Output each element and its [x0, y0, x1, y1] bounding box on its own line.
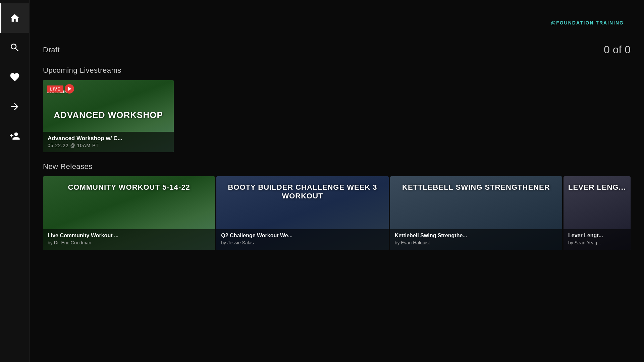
- new-releases-header: New Releases: [43, 162, 631, 171]
- upcoming-section-header: Upcoming Livestreams: [43, 66, 631, 75]
- new-releases-row: Community Workout 5-14-22 Live Community…: [43, 176, 631, 250]
- release-card-title-0: Live Community Workout ...: [48, 233, 210, 239]
- draft-section-header: Draft 0 of 0: [43, 44, 631, 56]
- live-badge: LIVE: [47, 84, 74, 94]
- upcoming-livestreams-section: Upcoming Livestreams LIVE STREAMING Adva…: [43, 66, 631, 152]
- draft-title: Draft: [43, 46, 60, 54]
- brand-logo: @FOUNDATION TRAINING: [551, 20, 624, 25]
- main-content: @FOUNDATION TRAINING Draft 0 of 0 Upcomi…: [30, 0, 644, 362]
- sidebar-item-forward[interactable]: [0, 92, 30, 121]
- release-overlay-title-1: Booty Builder Challenge Week 3 Workout: [216, 183, 388, 201]
- release-card-bottom-0: Live Community Workout ... by Dr. Eric G…: [43, 229, 215, 250]
- release-overlay-title-0: Community Workout 5-14-22: [43, 183, 215, 192]
- livestream-card-bottom: Advanced Workshop w/ C... 05.22.22 @ 10A…: [43, 132, 174, 152]
- sidebar-item-search[interactable]: [0, 33, 30, 62]
- live-tag: LIVE: [47, 85, 63, 93]
- arrow-right-icon: [9, 101, 20, 112]
- upcoming-title: Upcoming Livestreams: [43, 66, 121, 75]
- person-add-icon: [9, 131, 20, 141]
- livestream-card[interactable]: LIVE STREAMING Advanced Workshop Advance…: [43, 80, 174, 152]
- draft-count: 0 of 0: [604, 44, 631, 56]
- sidebar-item-favorites[interactable]: [0, 62, 30, 92]
- sidebar-item-home[interactable]: [0, 3, 30, 33]
- home-icon: [9, 13, 20, 23]
- release-card-author-1: by Jessie Salas: [221, 240, 384, 245]
- draft-section: Draft 0 of 0: [43, 44, 631, 56]
- new-releases-section: New Releases Community Workout 5-14-22 L…: [43, 162, 631, 250]
- livestream-card-date: 05.22.22 @ 10AM PT: [48, 143, 169, 148]
- release-card-1[interactable]: Booty Builder Challenge Week 3 Workout Q…: [216, 176, 388, 250]
- search-icon: [9, 42, 20, 53]
- release-card-bottom-3: Lever Lengt... by Sean Yeag...: [564, 229, 631, 250]
- release-card-0[interactable]: Community Workout 5-14-22 Live Community…: [43, 176, 215, 250]
- release-overlay-title-3: Lever Leng...: [564, 183, 631, 192]
- livestream-card-title: Advanced Workshop w/ C...: [48, 135, 169, 142]
- release-card-author-3: by Sean Yeag...: [568, 240, 626, 245]
- release-card-2[interactable]: Kettlebell Swing Strengthener Kettlebell…: [390, 176, 562, 250]
- release-overlay-title-2: Kettlebell Swing Strengthener: [390, 183, 562, 192]
- release-card-bottom-1: Q2 Challenge Workout We... by Jessie Sal…: [216, 229, 388, 250]
- release-card-title-2: Kettlebell Swing Strengthe...: [395, 233, 557, 239]
- release-card-author-0: by Dr. Eric Goodman: [48, 240, 210, 245]
- livestream-overlay-title: Advanced Workshop: [50, 110, 167, 120]
- sidebar-item-add-user[interactable]: [0, 121, 30, 151]
- sidebar: [0, 0, 30, 362]
- live-play-icon: [65, 84, 74, 94]
- release-card-title-3: Lever Lengt...: [568, 233, 626, 239]
- heart-icon: [9, 72, 20, 82]
- release-card-bottom-2: Kettlebell Swing Strengthe... by Evan Ha…: [390, 229, 562, 250]
- release-card-title-1: Q2 Challenge Workout We...: [221, 233, 384, 239]
- release-card-3[interactable]: Lever Leng... Lever Lengt... by Sean Yea…: [564, 176, 631, 250]
- new-releases-title: New Releases: [43, 162, 93, 171]
- release-card-author-2: by Evan Halquist: [395, 240, 557, 245]
